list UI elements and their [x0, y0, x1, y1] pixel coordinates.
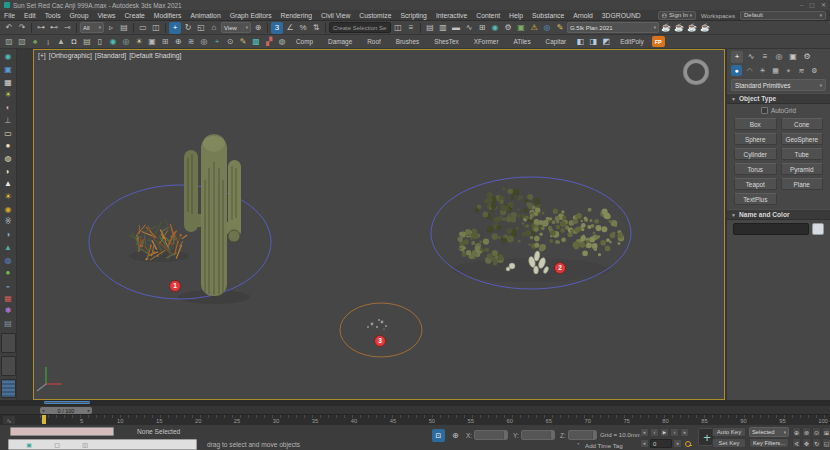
object-type-rollout[interactable]: ▼ Object Type	[727, 93, 830, 104]
material-editor-icon[interactable]: ◉	[489, 22, 501, 34]
tab-display[interactable]: ▣	[787, 51, 799, 63]
schematic-view-icon[interactable]: ⊞	[476, 22, 488, 34]
rendered-frame-icon[interactable]: ▣	[515, 22, 527, 34]
toggle-scene-explorer-icon[interactable]: ▤	[424, 22, 436, 34]
coord-x-field[interactable]	[474, 430, 508, 440]
menu-content[interactable]: Content	[476, 12, 500, 19]
named-selection-sets-field[interactable]: Create Selection Se	[329, 22, 391, 33]
menu-views[interactable]: Views	[97, 12, 115, 19]
mirror-icon[interactable]: ◫	[392, 22, 404, 34]
sphere-teal-icon[interactable]: ◉	[107, 36, 119, 48]
cat-lights[interactable]: ☀	[757, 65, 768, 76]
peak-icon[interactable]: ▲	[2, 242, 15, 254]
render-last-icon[interactable]: ☕	[686, 22, 698, 34]
zoom-extents-all-icon[interactable]: ⊞	[822, 427, 830, 437]
key-filters-button[interactable]: Key Filters...	[749, 438, 789, 448]
tab-modify[interactable]: ∿	[745, 51, 757, 63]
brush-icon[interactable]: ✎	[237, 36, 249, 48]
cat-helpers[interactable]: ⌖	[783, 65, 794, 76]
object-button-textplus[interactable]: TextPlus	[734, 193, 777, 205]
key-mode-dropdown[interactable]: Selected ▾	[749, 427, 789, 437]
menu-substance[interactable]: Substance	[532, 12, 564, 19]
viewport-renderer-label[interactable]: [Standard]	[95, 52, 126, 59]
frame-back-icon[interactable]: ◂	[42, 408, 44, 413]
key-mode-toggle-icon[interactable]	[684, 440, 692, 448]
menu-civil-view[interactable]: Civil View	[321, 12, 350, 19]
percent-snap-icon[interactable]: %	[297, 22, 309, 34]
rewind-icon[interactable]: «	[640, 439, 649, 448]
unlink-icon[interactable]: ⊷	[48, 22, 60, 34]
sun-icon[interactable]: ☀	[2, 191, 15, 203]
eye-icon[interactable]: ◒	[2, 280, 15, 292]
menu-interactive[interactable]: Interactive	[436, 12, 467, 19]
redo-icon[interactable]: ↷	[16, 22, 28, 34]
isolate-toggle-icon[interactable]: ▣	[23, 439, 35, 450]
menu-graph-editors[interactable]: Graph Editors	[230, 12, 272, 19]
frame-icon[interactable]: ⊞	[159, 36, 171, 48]
cat-shapes[interactable]: ◠	[744, 65, 755, 76]
shestex-button[interactable]: ShesTex	[427, 38, 466, 45]
brushes-button[interactable]: Brushes	[389, 38, 426, 45]
camera-icon[interactable]: ◉	[2, 51, 15, 63]
current-frame-field[interactable]: 0	[650, 439, 672, 448]
select-rotate-icon[interactable]: ↻	[182, 22, 194, 34]
workspace-dropdown[interactable]: Default ▾	[740, 11, 826, 20]
rail-widget-1[interactable]	[1, 333, 16, 353]
primitive-category-dropdown[interactable]: Standard Primitives ▾	[731, 79, 826, 91]
fov-icon[interactable]: ∢	[792, 438, 801, 448]
flower-icon[interactable]: ✱	[2, 305, 15, 317]
viewport-menu[interactable]: [+]	[38, 52, 46, 59]
select-link-icon[interactable]: ⊶	[35, 22, 47, 34]
select-by-name-icon[interactable]: ▤	[118, 22, 130, 34]
bind-spacewarp-icon[interactable]: ⊸	[61, 22, 73, 34]
go-to-start-icon[interactable]: «	[640, 428, 649, 437]
probe-icon[interactable]: ⊙	[224, 36, 236, 48]
close-button[interactable]: ✕	[821, 0, 826, 10]
coord-z-field[interactable]	[568, 430, 597, 440]
angle-snap-icon[interactable]: ∠	[284, 22, 296, 34]
moon-icon[interactable]: ◑	[2, 229, 15, 241]
tab-motion[interactable]: ◎	[773, 51, 785, 63]
image-icon[interactable]: ▣	[2, 64, 15, 76]
blob-icon[interactable]: ●	[2, 140, 15, 152]
object-color-swatch[interactable]	[812, 223, 824, 235]
undo-icon[interactable]: ↶	[3, 22, 15, 34]
add-time-tag[interactable]: Add Time Tag	[585, 442, 623, 449]
cat-cameras[interactable]: ▦	[770, 65, 781, 76]
sphere2-icon[interactable]: ◍	[276, 36, 288, 48]
editpoly-button[interactable]: EditPoly	[613, 38, 650, 45]
forest-pack-icon[interactable]: FP	[652, 36, 665, 47]
checker-icon[interactable]: ▩	[250, 36, 262, 48]
coord-y-field[interactable]	[521, 430, 555, 440]
coin-icon[interactable]: ◉	[2, 203, 15, 215]
tab-hierarchy[interactable]: ≡	[759, 51, 771, 63]
layout-left-icon[interactable]: ◧	[574, 36, 586, 48]
menu-scripting[interactable]: Scripting	[400, 12, 426, 19]
lamp-icon[interactable]: ☀	[2, 89, 15, 101]
rail-widget-2[interactable]	[1, 356, 16, 376]
target-icon[interactable]: ⊕	[172, 36, 184, 48]
render-cloud-icon[interactable]: ☕	[699, 22, 711, 34]
use-pivot-center-icon[interactable]: ⊕	[252, 22, 264, 34]
autogrid-checkbox[interactable]	[761, 107, 768, 114]
menu-group[interactable]: Group	[70, 12, 89, 19]
populate-icon[interactable]: ▨	[3, 36, 15, 48]
frame-forward-icon[interactable]: ▸	[88, 408, 90, 413]
object-button-tube[interactable]: Tube	[781, 148, 824, 160]
capsule-icon[interactable]: ◘	[68, 36, 80, 48]
offset-mode-icon[interactable]: ▢	[51, 439, 63, 450]
object-button-sphere[interactable]: Sphere	[734, 133, 777, 145]
viewport[interactable]: [+][Orthographic][Standard][Default Shad…	[33, 49, 725, 400]
rock-icon[interactable]: ◗	[2, 165, 15, 177]
next-frame-icon[interactable]: ›	[670, 428, 679, 437]
window-icon[interactable]: ▦	[2, 76, 15, 88]
scrollbar-handle[interactable]	[44, 401, 90, 404]
object-button-cone[interactable]: Cone	[781, 118, 824, 130]
pin-icon[interactable]: ¡	[42, 36, 54, 48]
object-name-field[interactable]	[733, 223, 809, 235]
object-button-geosphere[interactable]: GeoSphere	[781, 133, 824, 145]
menu-rendering[interactable]: Rendering	[281, 12, 312, 19]
reference-coordinate-dropdown[interactable]: View▾	[221, 22, 251, 33]
tab-utilities[interactable]: ⚙	[801, 51, 813, 63]
object-button-teapot[interactable]: Teapot	[734, 178, 777, 190]
